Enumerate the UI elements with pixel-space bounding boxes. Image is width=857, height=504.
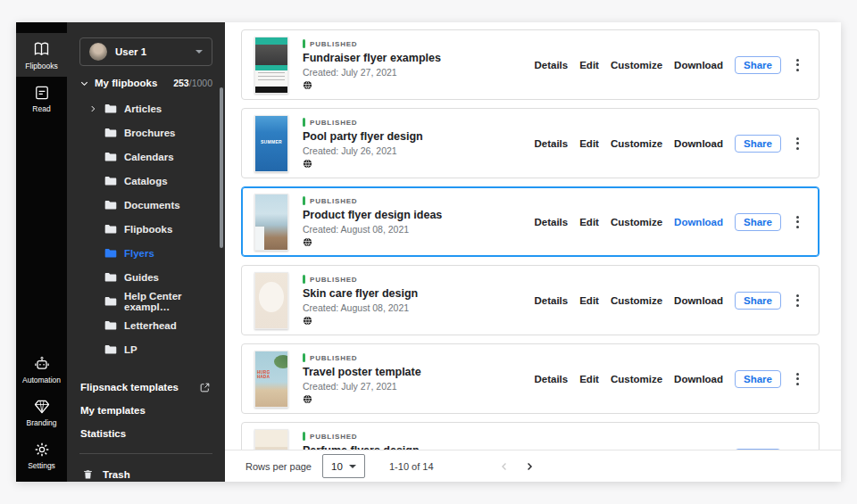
user-dropdown[interactable]: User 1 <box>79 37 212 66</box>
edit-action[interactable]: Edit <box>579 138 599 149</box>
kebab-menu-icon[interactable] <box>793 370 803 388</box>
pagination-nav <box>498 460 536 473</box>
sidebar-folder-guides[interactable]: Guides <box>67 265 225 289</box>
external-link-icon <box>199 382 211 393</box>
edit-action[interactable]: Edit <box>579 217 599 227</box>
rows-per-page-value: 10 <box>331 461 343 472</box>
rail-label: Flipbooks <box>25 62 57 70</box>
sidebar-folder-calendars[interactable]: Calendars <box>67 145 225 169</box>
rail-item-read[interactable]: Read <box>16 77 67 120</box>
sidebar-folder-brochures[interactable]: Brochures <box>67 120 225 145</box>
details-action[interactable]: Details <box>534 295 568 306</box>
customize-action[interactable]: Customize <box>611 374 662 384</box>
status-label: PUBLISHED <box>310 197 357 205</box>
flipbook-thumbnail[interactable]: SUMMER <box>254 115 288 172</box>
rail-item-branding[interactable]: Branding <box>16 391 67 434</box>
rail-label: Branding <box>26 418 56 427</box>
share-button[interactable]: Share <box>735 292 781 310</box>
share-button[interactable]: Share <box>735 135 781 153</box>
robot-icon <box>33 355 51 373</box>
sidebar-item-trash[interactable]: Trash <box>67 461 225 488</box>
flipbook-row[interactable]: PUBLISHED Fundraiser flyer examples Crea… <box>241 29 820 100</box>
share-button[interactable]: Share <box>735 370 781 388</box>
share-button[interactable]: Share <box>735 213 781 231</box>
download-action[interactable]: Download <box>674 295 723 306</box>
kebab-menu-icon[interactable] <box>793 292 803 310</box>
rows-per-page-select[interactable]: 10 <box>322 454 365 478</box>
chevron-down-icon <box>79 78 89 88</box>
sidebar-item-statistics[interactable]: Statistics <box>67 422 225 445</box>
created-date: Created: August 08, 2021 <box>303 302 418 314</box>
edit-action[interactable]: Edit <box>579 60 599 70</box>
previous-page-button[interactable] <box>498 460 511 473</box>
status-line: PUBLISHED <box>303 196 442 205</box>
gear-icon <box>33 441 51 459</box>
flipbook-thumbnail[interactable]: HURGHADA <box>254 351 288 408</box>
status-line: PUBLISHED <box>303 353 421 362</box>
sidebar-item-flipsnack-templates[interactable]: Flipsnack templates <box>67 376 225 399</box>
sidebar-scrollbar[interactable] <box>220 87 223 248</box>
flipbook-count: 253/1000 <box>173 78 212 88</box>
download-action[interactable]: Download <box>674 60 723 70</box>
flipbook-row[interactable]: SUMMER PUBLISHED Pool party flyer design… <box>241 108 820 178</box>
flipbook-thumbnail[interactable] <box>254 272 288 329</box>
sidebar-folder-lp[interactable]: LP <box>67 337 225 361</box>
kebab-menu-icon[interactable] <box>793 56 803 74</box>
flipbook-meta: PUBLISHED Fundraiser flyer examples Crea… <box>303 39 441 90</box>
download-action[interactable]: Download <box>674 374 723 384</box>
download-action[interactable]: Download <box>674 138 723 149</box>
edit-action[interactable]: Edit <box>579 295 599 306</box>
my-flipbooks-label: My flipbooks <box>95 78 157 88</box>
flipbook-title: Skin care flyer design <box>303 287 418 300</box>
sidebar-folder-help-center-exampl[interactable]: Help Center exampl… <box>67 289 225 313</box>
published-indicator <box>303 39 305 48</box>
row-actions: Details Edit Customize Download Share <box>534 213 803 231</box>
sidebar-folder-letterhead[interactable]: Letterhead <box>67 313 225 337</box>
sidebar-folder-flyers[interactable]: Flyers <box>67 241 225 265</box>
sidebar-folder-documents[interactable]: Documents <box>67 193 225 217</box>
my-flipbooks-root[interactable]: My flipbooks 253/1000 <box>79 78 212 88</box>
row-actions: Details Edit Customize Download Share <box>534 135 803 153</box>
published-indicator <box>303 353 305 362</box>
sidebar-item-my-templates[interactable]: My templates <box>67 399 225 422</box>
customize-action[interactable]: Customize <box>611 217 662 227</box>
sidebar-folder-articles[interactable]: Articles <box>67 96 225 120</box>
customize-action[interactable]: Customize <box>611 138 662 149</box>
folder-sidebar: User 1 My flipbooks 253/1000 Articles Br… <box>67 22 225 482</box>
kebab-menu-icon[interactable] <box>793 213 803 231</box>
next-page-button[interactable] <box>523 460 536 473</box>
customize-action[interactable]: Customize <box>611 295 662 306</box>
sidebar-folder-catalogs[interactable]: Catalogs <box>67 169 225 193</box>
sidebar-divider <box>79 453 212 454</box>
share-button[interactable]: Share <box>735 56 781 74</box>
link-label: Statistics <box>80 428 126 439</box>
flipbook-meta: PUBLISHED Travel poster template Created… <box>303 353 421 404</box>
kebab-menu-icon[interactable] <box>793 135 803 153</box>
rail-item-settings[interactable]: Settings <box>16 434 67 476</box>
flipbook-row[interactable]: HURGHADA PUBLISHED Travel poster templat… <box>241 343 820 414</box>
folder-label: Help Center exampl… <box>124 291 225 312</box>
flipbook-row[interactable]: PUBLISHED Product flyer design ideas Cre… <box>241 186 820 257</box>
flipbook-thumbnail[interactable] <box>254 194 288 251</box>
rail-bottom: Automation Branding Settings <box>16 348 67 482</box>
flipbook-meta: PUBLISHED Pool party flyer design Create… <box>303 118 423 169</box>
rows-per-page-label: Rows per page <box>245 461 312 472</box>
globe-icon <box>303 159 423 169</box>
rail-item-flipbooks[interactable]: Flipbooks <box>16 33 67 77</box>
sidebar-folder-flipbooks[interactable]: Flipbooks <box>67 217 225 241</box>
rail-label: Read <box>32 104 50 113</box>
edit-action[interactable]: Edit <box>579 374 599 384</box>
details-action[interactable]: Details <box>534 374 568 384</box>
details-action[interactable]: Details <box>534 138 568 149</box>
icon-rail: Flipbooks Read Automation <box>16 22 67 482</box>
details-action[interactable]: Details <box>534 217 568 227</box>
rail-item-automation[interactable]: Automation <box>16 348 67 391</box>
chevron-down-icon <box>196 50 203 54</box>
details-action[interactable]: Details <box>534 60 568 70</box>
app-window: Flipbooks Read Automation <box>16 22 841 482</box>
download-action[interactable]: Download <box>674 217 723 227</box>
folder-label: Flipbooks <box>124 224 172 235</box>
flipbook-thumbnail[interactable] <box>254 37 288 94</box>
customize-action[interactable]: Customize <box>611 60 662 70</box>
flipbook-row[interactable]: PUBLISHED Skin care flyer design Created… <box>241 265 820 335</box>
